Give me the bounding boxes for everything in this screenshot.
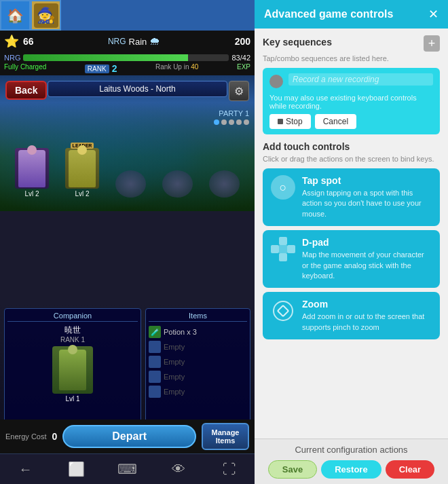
dpad-desc: Map the movement of your character or th… xyxy=(302,250,432,281)
touch-controls-title: Add touch controls xyxy=(263,141,440,152)
svg-line-7 xyxy=(283,311,288,316)
add-sequence-button[interactable]: + xyxy=(424,35,440,52)
empty-icon-4 xyxy=(149,371,161,383)
items-title: Items xyxy=(149,312,247,322)
bottom-nav: ← ⬜ ⌨ 👁 ⛶ xyxy=(0,453,255,484)
rank-up-label: Rank Up in 40 xyxy=(155,63,198,74)
item-row-2[interactable]: Empty xyxy=(149,339,247,354)
svg-rect-1 xyxy=(279,253,287,261)
dpad-card[interactable]: D-pad Map the movement of your character… xyxy=(263,230,440,288)
item-row-5[interactable]: Empty xyxy=(149,384,247,399)
nrg-label: NRG xyxy=(4,54,20,62)
empty-icon-5 xyxy=(149,386,161,398)
svg-rect-3 xyxy=(287,245,295,253)
party-dots xyxy=(214,119,249,125)
panel-title: Advanced game controls xyxy=(264,8,393,20)
char-level-1: Lvl 2 xyxy=(24,190,39,198)
nav-eye-button[interactable]: 👁 xyxy=(165,458,192,481)
recording-card: Record a new recording You may also use … xyxy=(263,68,440,134)
config-section: Current configuration actions Save Resto… xyxy=(255,439,448,484)
item-row-1[interactable]: 🧪 Potion x 3 xyxy=(149,324,247,339)
tap-spot-card[interactable]: ○ Tap spot Assign tapping on a spot with… xyxy=(263,168,440,226)
item-row-4[interactable]: Empty xyxy=(149,369,247,384)
restore-button[interactable]: Restore xyxy=(321,460,381,479)
char-level-2: Lvl 2 xyxy=(75,190,89,198)
companion-rank: RANK 1 xyxy=(7,336,138,343)
status-bar: ⭐ 66 NRG Rain 🌧 200 xyxy=(0,31,255,52)
nrg-section: NRG 83/42 Fully Charged RANK 2 Rank Up i… xyxy=(0,52,255,75)
save-button[interactable]: Save xyxy=(268,460,317,479)
item-name-3: Empty xyxy=(164,358,185,366)
depart-button[interactable]: Depart xyxy=(62,425,196,448)
item-name-1: Potion x 3 xyxy=(164,328,197,336)
character-2: LEADER Lvl 2 xyxy=(65,148,99,198)
char-icon[interactable]: 🧙 xyxy=(31,0,61,31)
pedestal-3 xyxy=(209,170,240,198)
dpad-icon xyxy=(271,237,295,261)
energy-val: 0 xyxy=(52,431,58,442)
item-name-2: Empty xyxy=(164,343,185,351)
tap-spot-icon: ○ xyxy=(271,175,295,200)
nav-keyboard-button[interactable]: ⌨ xyxy=(114,458,141,481)
tap-spot-info: Tap spot Assign tapping on a spot with t… xyxy=(302,175,432,219)
stop-label: Stop xyxy=(286,117,303,126)
cancel-button[interactable]: Cancel xyxy=(315,114,356,129)
rain-icon: 🌧 xyxy=(149,35,160,48)
close-button[interactable]: ✕ xyxy=(428,7,438,22)
svg-rect-0 xyxy=(279,237,287,245)
right-header: Advanced game controls ✕ xyxy=(255,0,448,29)
svg-rect-4 xyxy=(279,245,287,253)
key-sequences-title: Key sequences xyxy=(263,37,332,48)
nrg-bar xyxy=(23,54,229,61)
zoom-icon xyxy=(271,299,295,323)
tap-spot-desc: Assign tapping on a spot with this actio… xyxy=(302,188,432,219)
nrg-values: 83/42 xyxy=(231,54,250,62)
nav-expand-button[interactable]: ⛶ xyxy=(216,458,243,481)
empty-icon-2 xyxy=(149,341,161,353)
nav-back-button[interactable]: ← xyxy=(12,458,39,481)
charged-label: Fully Charged xyxy=(4,63,46,74)
house-icon[interactable]: 🏠 xyxy=(0,0,31,31)
exp-label: EXP xyxy=(237,63,250,74)
manage-items-button[interactable]: Manage Items xyxy=(202,423,249,450)
empty-icon-3 xyxy=(149,356,161,368)
clear-button[interactable]: Clear xyxy=(386,460,435,479)
rank-num: 2 xyxy=(112,63,117,74)
config-title: Current configuration actions xyxy=(263,445,440,455)
pedestal-1 xyxy=(115,170,146,198)
zoom-name: Zoom xyxy=(302,299,432,310)
weather-val: Rain xyxy=(129,37,147,47)
top-bar: 🏠 🧙 xyxy=(0,0,255,31)
settings-button[interactable]: ⚙ xyxy=(229,81,249,101)
svg-line-8 xyxy=(283,305,288,311)
back-button[interactable]: Back xyxy=(5,81,47,100)
nav-home-button[interactable]: ⬜ xyxy=(63,458,90,481)
svg-line-6 xyxy=(278,305,283,311)
recording-placeholder[interactable]: Record a new recording xyxy=(288,73,433,86)
companion-sprite xyxy=(52,346,93,394)
companion-name: 暁世 xyxy=(7,324,138,336)
potion-icon: 🧪 xyxy=(149,326,161,338)
energy-label: Energy Cost xyxy=(5,432,47,441)
gold-amount: 66 xyxy=(23,36,34,47)
dpad-name: D-pad xyxy=(302,237,432,248)
rank-up-val: 40 xyxy=(191,63,198,71)
char-sprite-1 xyxy=(15,148,49,189)
pedestal-2 xyxy=(162,170,193,198)
item-row-3[interactable]: Empty xyxy=(149,354,247,369)
zoom-card[interactable]: Zoom Add zoom in or out to the screen th… xyxy=(263,292,440,339)
stop-icon xyxy=(278,119,283,124)
location-bar: Laitus Woods - North xyxy=(48,81,227,97)
svg-point-5 xyxy=(274,301,293,320)
weather-label: NRG xyxy=(108,37,126,46)
character-1: Lvl 2 xyxy=(15,148,49,198)
svg-rect-2 xyxy=(271,245,279,253)
party-label: PARTY 1 xyxy=(219,109,249,117)
char-sprite-2: LEADER xyxy=(65,148,99,189)
game-area: Back Laitus Woods - North ⚙ PARTY 1 Lvl … xyxy=(0,75,255,211)
companion-title: Companion xyxy=(7,312,138,322)
game-panel: 🏠 🧙 ⭐ 66 NRG Rain 🌧 200 NRG 83/42 xyxy=(0,0,255,484)
key-sequences-subtitle: Tap/combo sequences are listed here. xyxy=(263,54,440,62)
stop-button[interactable]: Stop xyxy=(269,114,311,129)
touch-controls-subtitle: Click or drag the actions on the screen … xyxy=(263,155,440,163)
